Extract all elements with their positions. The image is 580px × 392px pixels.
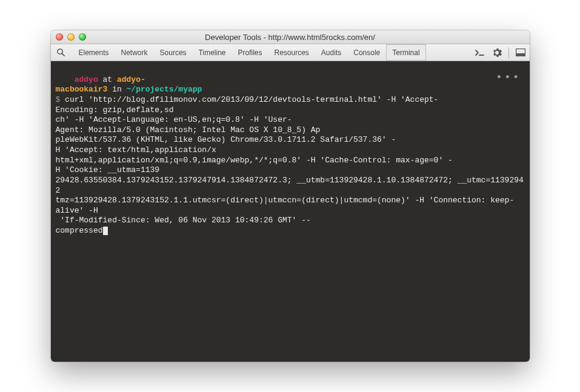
cmd-line: alive' -H — [56, 206, 98, 215]
svg-rect-4 — [516, 53, 525, 56]
cmd-line: H 'Cookie: __utma=1139 — [56, 165, 160, 174]
minimize-icon[interactable] — [67, 33, 75, 41]
devtools-window: Developer Tools - http://www.html5rocks.… — [51, 30, 530, 362]
close-icon[interactable] — [56, 33, 63, 41]
titlebar: Developer Tools - http://www.html5rocks.… — [51, 30, 530, 44]
prompt-path: ~/projects/myapp — [127, 85, 202, 94]
cmd-line: pleWebKit/537.36 (KHTML, like Gecko) Chr… — [56, 135, 396, 144]
cursor-icon — [103, 227, 108, 235]
svg-line-1 — [62, 53, 64, 56]
cmd-line: 29428.63550384.1379243152.1379247914.138… — [56, 176, 524, 195]
tab-profiles[interactable]: Profiles — [232, 44, 268, 61]
cmd-line: Agent: Mozilla/5.0 (Macintosh; Intel Mac… — [56, 125, 321, 135]
tab-sources[interactable]: Sources — [154, 44, 193, 61]
prompt-host-2: macbookair3 — [56, 85, 108, 94]
tab-timeline[interactable]: Timeline — [193, 44, 232, 61]
dock-icon[interactable] — [515, 47, 526, 58]
show-console-icon[interactable] — [475, 47, 485, 58]
inspect-icon[interactable] — [56, 47, 67, 58]
toolbar: Elements Network Sources Timeline Profil… — [51, 44, 530, 61]
cmd-line: 'If-Modified-Since: Wed, 06 Nov 2013 10:… — [56, 216, 311, 225]
tabs: Elements Network Sources Timeline Profil… — [73, 44, 426, 61]
terminal-menu-icon[interactable]: ••• — [496, 71, 521, 85]
cmd-line: curl 'http://blog.dfilimonov.com/2013/09… — [65, 95, 438, 104]
terminal-pane[interactable]: •••addyo at addyo- macbookair3 in ~/proj… — [51, 61, 530, 362]
cmd-line: Encoding: gzip,deflate,sd — [56, 105, 174, 115]
tab-audits[interactable]: Audits — [315, 44, 347, 61]
prompt-in: in — [107, 85, 126, 94]
tab-elements[interactable]: Elements — [73, 44, 115, 61]
cmd-line: ch' -H 'Accept-Language: en-US,en;q=0.8'… — [56, 115, 292, 124]
window-title: Developer Tools - http://www.html5rocks.… — [51, 33, 530, 42]
maximize-icon[interactable] — [79, 33, 86, 41]
prompt-host-1: addyo- — [117, 75, 145, 84]
gear-icon[interactable] — [492, 47, 502, 58]
traffic-lights — [56, 33, 86, 41]
cmd-line: H 'Accept: text/html,application/x — [56, 145, 216, 154]
cmd-line: html+xml,application/xml;q=0.9,image/web… — [56, 156, 453, 165]
tab-console[interactable]: Console — [347, 44, 386, 61]
tab-network[interactable]: Network — [115, 44, 154, 61]
cmd-line: tmz=113929428.1379243152.1.1.utmcsr=(dir… — [56, 196, 515, 205]
prompt-at: at — [98, 75, 117, 84]
toolbar-separator — [508, 47, 509, 58]
prompt-user: addyo — [75, 75, 98, 84]
tab-terminal[interactable]: Terminal — [386, 44, 425, 61]
tab-resources[interactable]: Resources — [268, 44, 315, 61]
prompt-symbol: $ — [56, 95, 65, 104]
cmd-line: compressed — [56, 226, 103, 235]
toolbar-right — [475, 47, 526, 58]
